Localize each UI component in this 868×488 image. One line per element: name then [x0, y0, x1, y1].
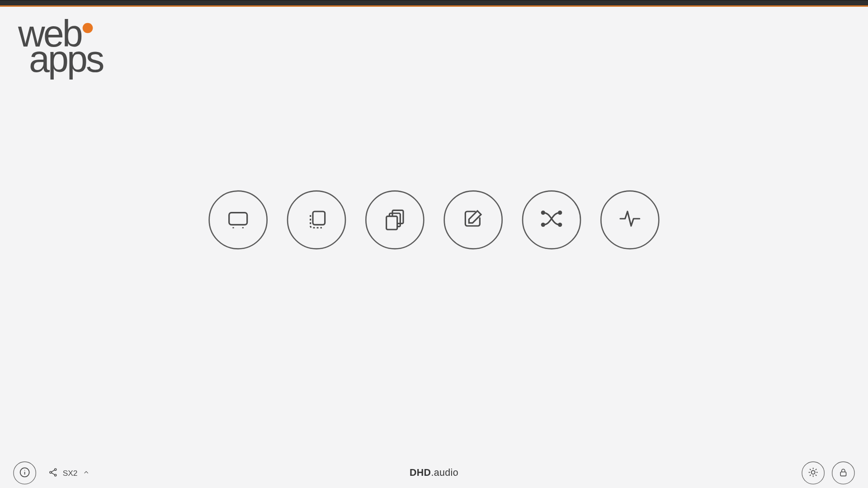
app-launcher-row: [0, 190, 868, 249]
svg-point-15: [50, 471, 52, 473]
monitor-icon: [224, 204, 253, 235]
snapshot-icon: [302, 204, 331, 235]
svg-rect-3: [313, 211, 325, 225]
activity-icon: [615, 204, 644, 235]
webapps-logo: web apps: [18, 19, 103, 74]
app-button-pages[interactable]: [365, 190, 425, 249]
svg-line-24: [810, 469, 811, 469]
info-button[interactable]: [13, 461, 36, 484]
svg-line-17: [52, 469, 55, 471]
svg-point-19: [811, 470, 815, 474]
app-button-routing[interactable]: [522, 190, 581, 249]
app-button-edit[interactable]: [443, 190, 503, 249]
bottom-bar: SX2 DHD.audio: [0, 458, 868, 488]
svg-point-14: [55, 468, 57, 470]
pages-icon: [380, 204, 409, 235]
brand-bold: DHD: [410, 468, 431, 478]
svg-rect-0: [229, 213, 247, 225]
svg-point-8: [542, 223, 544, 226]
device-selector[interactable]: SX2: [48, 467, 90, 479]
svg-point-16: [55, 474, 57, 476]
lock-icon: [839, 467, 848, 479]
svg-line-27: [816, 469, 816, 469]
logo-line1: web: [18, 13, 81, 54]
routing-icon: [537, 204, 566, 235]
edit-icon: [459, 204, 488, 235]
svg-line-26: [810, 474, 811, 475]
svg-point-7: [542, 211, 544, 214]
theme-toggle-button[interactable]: [802, 461, 825, 484]
share-icon: [48, 467, 58, 479]
app-button-monitor[interactable]: [208, 190, 268, 249]
svg-point-13: [24, 469, 25, 470]
logo-dot-icon: [82, 23, 93, 33]
browser-chrome-bar: [0, 0, 868, 7]
sun-icon: [808, 467, 819, 479]
chevron-up-icon: [82, 469, 90, 478]
app-button-snapshot[interactable]: [287, 190, 346, 249]
brand-rest: .audio: [431, 468, 458, 478]
svg-rect-6: [387, 216, 397, 230]
lock-button[interactable]: [832, 461, 855, 484]
device-label: SX2: [63, 469, 78, 478]
svg-line-25: [816, 474, 816, 475]
info-icon: [19, 467, 30, 479]
brand-label: DHD.audio: [0, 468, 868, 479]
svg-line-18: [52, 473, 55, 474]
svg-rect-28: [840, 472, 846, 476]
svg-point-9: [559, 211, 561, 214]
app-button-activity[interactable]: [600, 190, 660, 249]
svg-point-10: [559, 223, 561, 226]
